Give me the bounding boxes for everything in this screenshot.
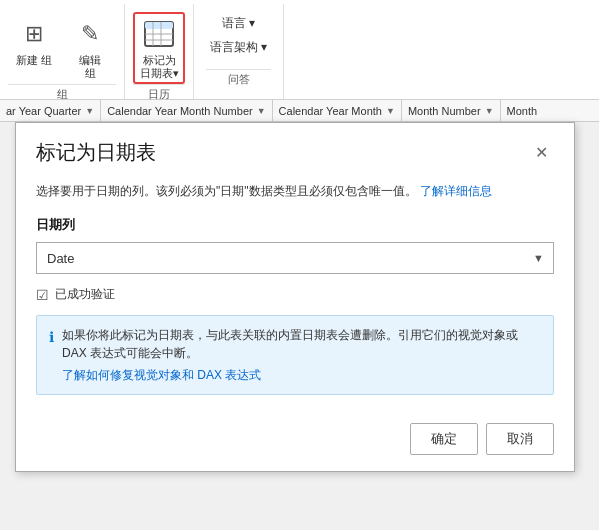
- edit-group-icon: ✎: [72, 16, 108, 52]
- col-calendar-year-month-number-chevron: ▼: [257, 106, 266, 116]
- language-item[interactable]: 语言 ▾: [206, 14, 271, 32]
- page-content: 标记为日期表 ✕ 选择要用于日期的列。该列必须为"日期"数据类型且必须仅包含唯一…: [0, 122, 599, 530]
- column-header-bar: ar Year Quarter ▼ Calendar Year Month Nu…: [0, 100, 599, 122]
- info-box-text: 如果你将此标记为日期表，与此表关联的内置日期表会遭删除。引用它们的视觉对象或 D…: [62, 328, 518, 360]
- col-year-quarter[interactable]: ar Year Quarter ▼: [0, 100, 101, 121]
- ribbon-section-qa-label: 问答: [206, 69, 271, 91]
- col-month-number-label: Month Number: [408, 105, 481, 117]
- date-column-select[interactable]: Date: [36, 242, 554, 274]
- col-year-quarter-label: ar Year Quarter: [6, 105, 81, 117]
- date-column-select-wrapper: Date ▼: [36, 242, 554, 274]
- col-calendar-year-month-chevron: ▼: [386, 106, 395, 116]
- ribbon-section-calendar: 标记为日期表▾ 日历: [125, 4, 194, 99]
- validation-check-icon: ☑: [36, 287, 49, 303]
- edit-group-button[interactable]: ✎ 编辑组: [64, 12, 116, 84]
- dialog-header: 标记为日期表 ✕: [16, 123, 574, 174]
- dialog-description: 选择要用于日期的列。该列必须为"日期"数据类型且必须仅包含唯一值。 了解详细信息: [36, 182, 554, 200]
- edit-group-label: 编辑组: [79, 54, 101, 80]
- ribbon-calendar-buttons: 标记为日期表▾: [133, 8, 185, 84]
- info-icon: ℹ: [49, 327, 54, 348]
- ribbon: ⊞ 新建 组 ✎ 编辑组 组: [0, 0, 599, 100]
- validation-text: 已成功验证: [55, 286, 115, 303]
- col-month-label: Month: [507, 105, 538, 117]
- ribbon-section-group: ⊞ 新建 组 ✎ 编辑组 组: [0, 4, 125, 99]
- learn-more-link[interactable]: 了解详细信息: [420, 184, 492, 198]
- date-column-label: 日期列: [36, 216, 554, 234]
- dialog-title: 标记为日期表: [36, 139, 156, 166]
- dialog-desc-text: 选择要用于日期的列。该列必须为"日期"数据类型且必须仅包含唯一值。: [36, 184, 417, 198]
- mark-date-table-button[interactable]: 标记为日期表▾: [133, 12, 185, 84]
- info-box-content: 如果你将此标记为日期表，与此表关联的内置日期表会遭删除。引用它们的视觉对象或 D…: [62, 326, 541, 384]
- new-group-label: 新建 组: [16, 54, 52, 67]
- col-month-number[interactable]: Month Number ▼: [402, 100, 501, 121]
- lang-struct-item[interactable]: 语言架构 ▾: [206, 38, 271, 56]
- mark-date-table-label: 标记为日期表▾: [140, 54, 179, 80]
- svg-rect-1: [145, 22, 173, 29]
- new-group-button[interactable]: ⊞ 新建 组: [8, 12, 60, 71]
- ribbon-section-qa: 语言 ▾ 语言架构 ▾ 问答: [194, 4, 284, 99]
- ribbon-qa-items: 语言 ▾ 语言架构 ▾: [206, 12, 271, 69]
- info-link[interactable]: 了解如何修复视觉对象和 DAX 表达式: [62, 366, 541, 384]
- confirm-button[interactable]: 确定: [410, 423, 478, 455]
- col-month-number-chevron: ▼: [485, 106, 494, 116]
- col-calendar-year-month-number-label: Calendar Year Month Number: [107, 105, 253, 117]
- col-calendar-year-month[interactable]: Calendar Year Month ▼: [273, 100, 402, 121]
- cancel-button[interactable]: 取消: [486, 423, 554, 455]
- col-month[interactable]: Month: [501, 100, 544, 121]
- dialog-close-button[interactable]: ✕: [529, 141, 554, 164]
- dialog-body: 选择要用于日期的列。该列必须为"日期"数据类型且必须仅包含唯一值。 了解详细信息…: [16, 174, 574, 411]
- dialog-footer: 确定 取消: [16, 411, 574, 471]
- validation-row: ☑ 已成功验证: [36, 286, 554, 303]
- col-year-quarter-chevron: ▼: [85, 106, 94, 116]
- ribbon-group-buttons: ⊞ 新建 组 ✎ 编辑组: [8, 8, 116, 84]
- mark-date-table-icon: [141, 16, 177, 52]
- info-box: ℹ 如果你将此标记为日期表，与此表关联的内置日期表会遭删除。引用它们的视觉对象或…: [36, 315, 554, 395]
- col-calendar-year-month-label: Calendar Year Month: [279, 105, 382, 117]
- new-group-icon: ⊞: [16, 16, 52, 52]
- dialog: 标记为日期表 ✕ 选择要用于日期的列。该列必须为"日期"数据类型且必须仅包含唯一…: [15, 122, 575, 472]
- col-calendar-year-month-number[interactable]: Calendar Year Month Number ▼: [101, 100, 272, 121]
